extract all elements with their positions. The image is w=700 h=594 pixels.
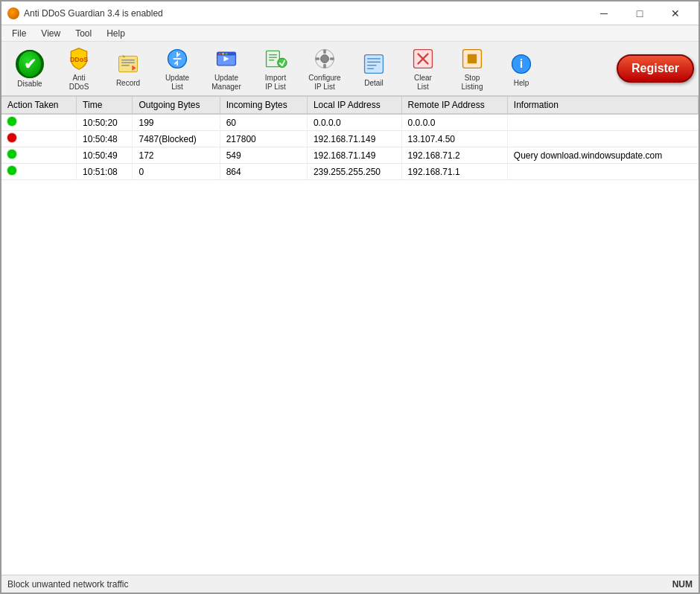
update-manager-button[interactable]: UpdateManager xyxy=(203,45,250,92)
menu-help[interactable]: Help xyxy=(99,27,133,40)
col-time: Time xyxy=(77,97,133,114)
clear-list-label: ClearList xyxy=(414,74,432,92)
record-button[interactable]: Record xyxy=(104,45,152,92)
col-remote-ip: Remote IP Address xyxy=(401,97,507,114)
table-row: 10:50:487487(Blocked)217800192.168.71.14… xyxy=(1,131,699,147)
app-icon xyxy=(7,7,19,19)
svg-text:DDoS: DDoS xyxy=(70,56,88,63)
svg-point-11 xyxy=(226,53,228,55)
col-outgoing: Outgoing Bytes xyxy=(133,97,220,114)
time-cell: 10:50:20 xyxy=(77,114,133,131)
outgoing-cell: 199 xyxy=(133,114,220,131)
title-bar: Anti DDoS Guardian 3.4 is enabled ─ □ ✕ xyxy=(1,1,699,25)
status-cell xyxy=(1,164,77,180)
update-list-icon xyxy=(165,47,189,71)
configure-icon xyxy=(313,47,337,71)
status-cell xyxy=(1,131,77,147)
table-row: 10:51:080864239.255.255.250192.168.71.1 xyxy=(1,164,699,180)
status-dot xyxy=(7,117,16,126)
shield-icon: DDoS xyxy=(67,47,91,71)
help-icon: i xyxy=(509,52,533,76)
maximize-button[interactable]: □ xyxy=(623,1,657,25)
menu-bar: File View Tool Help xyxy=(1,25,699,42)
help-button[interactable]: i Help xyxy=(497,45,545,92)
record-label: Record xyxy=(116,79,140,87)
svg-rect-19 xyxy=(323,50,326,54)
status-cell xyxy=(1,147,77,164)
col-action-taken: Action Taken xyxy=(1,97,77,114)
table-body: 10:50:20199600.0.0.00.0.0.010:50:487487(… xyxy=(1,114,699,180)
import-ip-list-label: ImportIP List xyxy=(265,74,286,92)
status-dot xyxy=(7,166,16,175)
anti-ddos-button[interactable]: DDoS AntiDDoS xyxy=(55,45,103,92)
remote-ip-cell: 192.168.71.2 xyxy=(401,147,507,164)
configure-ip-list-label: ConfigureIP List xyxy=(308,74,340,92)
local-ip-cell: 192.168.71.149 xyxy=(307,131,401,147)
info-cell xyxy=(507,131,698,147)
time-cell: 10:50:48 xyxy=(77,131,133,147)
record-icon xyxy=(116,52,140,76)
incoming-cell: 60 xyxy=(220,114,307,131)
clear-icon xyxy=(411,47,435,71)
disable-button[interactable]: ✔ Disable xyxy=(6,45,54,92)
anti-ddos-label: AntiDDoS xyxy=(69,74,89,92)
stop-listing-label: StopListing xyxy=(462,74,483,92)
minimize-button[interactable]: ─ xyxy=(587,1,621,25)
svg-text:i: i xyxy=(520,57,523,70)
incoming-cell: 549 xyxy=(220,147,307,164)
table-row: 10:50:20199600.0.0.00.0.0.0 xyxy=(1,114,699,131)
stop-icon xyxy=(460,47,484,71)
title-text: Anti DDoS Guardian 3.4 is enabled xyxy=(24,8,582,19)
info-cell: Query download.windowsupdate.com xyxy=(507,147,698,164)
menu-file[interactable]: File xyxy=(4,27,34,40)
remote-ip-cell: 192.168.71.1 xyxy=(401,164,507,180)
local-ip-cell: 0.0.0.0 xyxy=(307,114,401,131)
col-info: Information xyxy=(507,97,698,114)
table-row: 10:50:49172549192.168.71.149192.168.71.2… xyxy=(1,147,699,164)
update-manager-label: UpdateManager xyxy=(211,74,241,92)
detail-icon xyxy=(362,52,386,76)
menu-tool[interactable]: Tool xyxy=(68,27,99,40)
update-manager-icon xyxy=(214,47,238,71)
svg-rect-20 xyxy=(323,64,326,68)
local-ip-cell: 239.255.255.250 xyxy=(307,164,401,180)
table-area: Action Taken Time Outgoing Bytes Incomin… xyxy=(1,97,699,575)
outgoing-cell: 0 xyxy=(133,164,220,180)
incoming-cell: 864 xyxy=(220,164,307,180)
status-text: Block unwanted network traffic xyxy=(7,579,129,590)
connection-table: Action Taken Time Outgoing Bytes Incomin… xyxy=(1,97,699,180)
update-list-button[interactable]: UpdateList xyxy=(153,45,201,92)
update-list-label: UpdateList xyxy=(165,74,189,92)
local-ip-cell: 192.168.71.149 xyxy=(307,147,401,164)
outgoing-cell: 172 xyxy=(133,147,220,164)
col-local-ip: Local IP Address xyxy=(307,97,401,114)
svg-rect-22 xyxy=(330,57,334,60)
status-bar: Block unwanted network traffic NUM xyxy=(1,575,699,593)
clear-list-button[interactable]: ClearList xyxy=(399,45,447,92)
num-indicator: NUM xyxy=(672,579,693,590)
col-incoming: Incoming Bytes xyxy=(220,97,307,114)
svg-point-9 xyxy=(219,53,221,55)
import-ip-list-button[interactable]: ImportIP List xyxy=(252,45,299,92)
svg-point-10 xyxy=(222,53,224,55)
info-cell xyxy=(507,164,698,180)
incoming-cell: 217800 xyxy=(220,131,307,147)
svg-rect-23 xyxy=(365,54,384,73)
svg-rect-1 xyxy=(119,56,138,71)
status-dot xyxy=(7,150,16,159)
table-header-row: Action Taken Time Outgoing Bytes Incomin… xyxy=(1,97,699,114)
help-label: Help xyxy=(514,79,529,87)
title-controls: ─ □ ✕ xyxy=(587,1,693,25)
svg-point-18 xyxy=(321,55,329,63)
close-button[interactable]: ✕ xyxy=(658,1,693,25)
info-cell xyxy=(507,114,698,131)
detail-label: Detail xyxy=(364,79,384,87)
register-button[interactable]: Register xyxy=(617,54,694,83)
remote-ip-cell: 13.107.4.50 xyxy=(401,131,507,147)
menu-view[interactable]: View xyxy=(34,27,68,40)
configure-ip-list-button[interactable]: ConfigureIP List xyxy=(301,45,349,92)
svg-rect-21 xyxy=(316,57,319,60)
detail-button[interactable]: Detail xyxy=(350,45,398,92)
toolbar: ✔ Disable DDoS AntiDDoS Record xyxy=(1,42,699,97)
stop-listing-button[interactable]: StopListing xyxy=(448,45,496,92)
